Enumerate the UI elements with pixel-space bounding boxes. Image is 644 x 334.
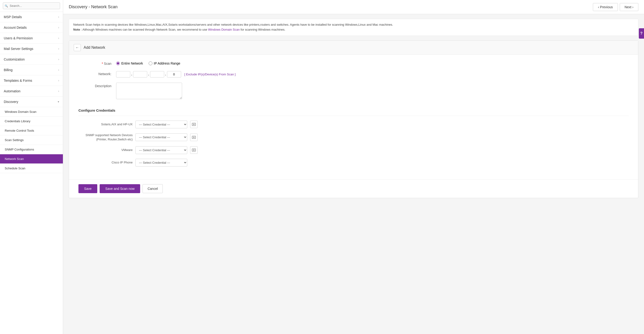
sidebar-item-label: MSP Details: [4, 15, 22, 19]
sidebar-item-automation[interactable]: Automation ›: [0, 86, 63, 96]
cisco-label: Cisco IP Phone: [78, 160, 132, 165]
description-label: Description: [78, 83, 112, 88]
sidebar-item-label: Account Details: [4, 26, 26, 30]
action-bar: Save Save and Scan now Cancel: [69, 179, 638, 198]
entire-network-option[interactable]: Entire Network: [116, 62, 143, 65]
info-description: Network Scan helps in scanning devices l…: [69, 19, 638, 36]
page-content: Network Scan helps in scanning devices l…: [63, 14, 644, 334]
info-text: Network Scan helps in scanning devices l…: [73, 22, 634, 27]
add-network-card: ← Add Network * Scan Entire Network: [69, 40, 638, 198]
snmp-credential-row: SNMP supported Network Devices (Printer,…: [78, 133, 629, 142]
chevron-down-icon: ▾: [58, 100, 59, 104]
sidebar-item-network-scan[interactable]: Network Scan: [0, 154, 63, 164]
vmware-credential-row: VMware --- Select Credential ---: [78, 146, 629, 154]
chevron-right-icon: ›: [58, 90, 59, 93]
add-credential-icon: [192, 122, 196, 126]
chevron-left-icon: ‹: [598, 5, 599, 9]
solaris-credential-add-button[interactable]: [190, 120, 198, 128]
vmware-label: VMware: [78, 148, 132, 152]
sidebar-item-account-details[interactable]: Account Details ›: [0, 22, 63, 33]
description-textarea[interactable]: [116, 83, 182, 99]
snmp-credential-add-button[interactable]: [190, 134, 198, 141]
network-label: Network:: [78, 71, 112, 76]
network-octet-4[interactable]: [167, 71, 181, 78]
configure-credentials-header: Configure Credentials: [78, 105, 629, 116]
sidebar-item-label: Users & Permission: [4, 36, 33, 40]
sidebar-item-schedule-scan[interactable]: Schedule Scan: [0, 164, 63, 173]
ip-range-option[interactable]: IP Address Range: [149, 62, 180, 65]
sidebar-item-mail-server[interactable]: Mail Server Settings ›: [0, 44, 63, 54]
scan-row: * Scan Entire Network IP Address Range: [78, 60, 629, 66]
chevron-right-icon: ›: [58, 68, 59, 72]
vmware-credential-add-button[interactable]: [190, 146, 198, 154]
sidebar-item-credentials-library[interactable]: Credentials Library: [0, 116, 63, 126]
exclude-link[interactable]: [ Exclude IP(s)/Device(s) From Scan ]: [184, 72, 236, 76]
dot-separator-3: .: [165, 72, 166, 76]
card-body: * Scan Entire Network IP Address Range: [69, 55, 638, 177]
card-header: ← Add Network: [69, 41, 638, 55]
ip-range-radio[interactable]: [149, 62, 152, 65]
network-row: Network: . . . [ Exclude IP(s)/Device(s)…: [78, 71, 629, 78]
scan-label: * Scan: [78, 60, 112, 66]
sidebar-item-customization[interactable]: Customization ›: [0, 54, 63, 65]
scan-options: Entire Network IP Address Range: [116, 60, 629, 65]
entire-network-radio[interactable]: [116, 62, 120, 65]
search-container: [0, 0, 63, 12]
cancel-button[interactable]: Cancel: [142, 184, 163, 193]
search-input[interactable]: [3, 2, 60, 9]
cisco-credential-select[interactable]: --- Select Credential ---: [136, 159, 187, 166]
page-title: Discovery - Network Scan: [69, 4, 118, 10]
add-credential-icon: [192, 135, 196, 140]
sidebar-item-scan-settings[interactable]: Scan Settings: [0, 136, 63, 145]
solaris-credential-select[interactable]: --- Select Credential ---: [136, 120, 187, 128]
description-field-wrap: [116, 83, 629, 100]
dot-separator-1: .: [131, 72, 132, 76]
chevron-right-icon: ›: [632, 5, 634, 9]
sidebar-item-remote-control-tools[interactable]: Remote Control Tools: [0, 126, 63, 136]
sidebar-item-label: Templates & Forms: [4, 79, 32, 82]
chevron-right-icon: ›: [58, 15, 59, 18]
back-button[interactable]: ←: [74, 44, 81, 51]
sidebar: MSP Details › Account Details › Users & …: [0, 0, 63, 334]
card-title: Add Network: [84, 46, 105, 50]
network-octet-2[interactable]: [133, 71, 147, 78]
chevron-right-icon: ›: [58, 47, 59, 50]
required-asterisk: *: [102, 62, 103, 66]
sidebar-item-label: Automation: [4, 89, 20, 93]
previous-button[interactable]: ‹ Previous: [593, 3, 618, 11]
snmp-label: SNMP supported Network Devices (Printer,…: [78, 133, 132, 142]
cisco-credential-row: Cisco IP Phone --- Select Credential ---: [78, 159, 629, 166]
sidebar-item-users-permission[interactable]: Users & Permission ›: [0, 33, 63, 44]
solaris-label: Solaris,AIX and HP-UX: [78, 122, 132, 126]
chevron-right-icon: ›: [58, 79, 59, 82]
windows-domain-scan-link[interactable]: Windows Domain Scan: [208, 28, 240, 31]
snmp-credential-select[interactable]: --- Select Credential ---: [136, 133, 187, 141]
chevron-right-icon: ›: [58, 36, 59, 40]
sidebar-item-label: Customization: [4, 58, 25, 61]
description-row: Description: [78, 83, 629, 100]
solaris-credential-row: Solaris,AIX and HP-UX --- Select Credent…: [78, 120, 629, 128]
sidebar-item-windows-domain-scan[interactable]: Windows Domain Scan: [0, 107, 63, 116]
sidebar-item-label: Discovery: [4, 100, 18, 104]
next-button[interactable]: Next ›: [620, 3, 638, 11]
sidebar-item-label: Mail Server Settings: [4, 47, 33, 51]
save-and-scan-button[interactable]: Save and Scan now: [100, 184, 140, 193]
sidebar-item-billing[interactable]: Billing ›: [0, 65, 63, 75]
network-octet-3[interactable]: [150, 71, 164, 78]
dot-separator-2: .: [148, 72, 149, 76]
save-button[interactable]: Save: [78, 184, 97, 193]
sidebar-item-label: Billing: [4, 68, 12, 72]
header-nav-buttons: ‹ Previous Next ›: [593, 3, 638, 11]
sidebar-item-msp-details[interactable]: MSP Details ›: [0, 12, 63, 22]
vmware-credential-select[interactable]: --- Select Credential ---: [136, 146, 187, 154]
help-badge[interactable]: ?: [639, 28, 644, 39]
main-area: Discovery - Network Scan ‹ Previous Next…: [63, 0, 644, 334]
add-credential-icon: [192, 148, 196, 152]
sidebar-item-templates-forms[interactable]: Templates & Forms ›: [0, 75, 63, 86]
network-input-group: . . . [ Exclude IP(s)/Device(s) From Sca…: [116, 71, 629, 78]
chevron-right-icon: ›: [58, 26, 59, 29]
sidebar-item-snmp-configurations[interactable]: SNMP Configurations: [0, 145, 63, 154]
sidebar-item-discovery[interactable]: Discovery ▾: [0, 96, 63, 107]
chevron-right-icon: ›: [58, 58, 59, 61]
network-octet-1[interactable]: [116, 71, 130, 78]
